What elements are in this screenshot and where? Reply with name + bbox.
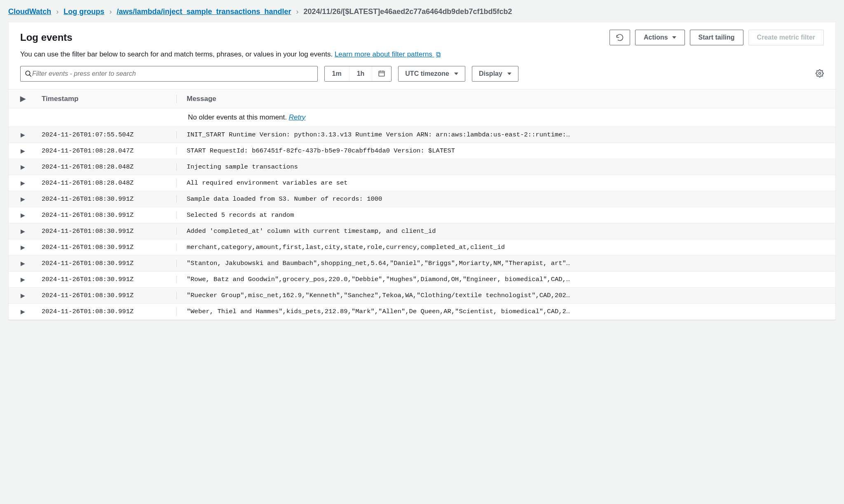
breadcrumb-current: 2024/11/26/[$LATEST]e46aed2c77a6464db9de… [303,7,512,16]
table-row: ▶2024-11-26T01:08:30.991ZSelected 5 reco… [9,207,835,223]
caret-right-icon: ▶ [21,308,25,315]
expand-row-toggle[interactable]: ▶ [9,260,37,267]
retry-link[interactable]: Retry [289,113,306,121]
table-row: ▶2024-11-26T01:08:30.991Z"Weber, Thiel a… [9,304,835,320]
expand-row-toggle[interactable]: ▶ [9,308,37,315]
table-row: ▶2024-11-26T01:08:30.991ZSample data loa… [9,191,835,207]
message-cell: "Weber, Thiel and Hammes",kids_pets,212.… [177,308,835,315]
timestamp-cell: 2024-11-26T01:08:30.991Z [37,211,177,219]
timestamp-cell: 2024-11-26T01:08:28.048Z [37,179,177,187]
chevron-right-icon: › [56,7,59,16]
caret-right-icon: ▶ [21,148,25,154]
caret-down-icon [507,73,511,75]
message-cell: START RequestId: b667451f-82fc-437b-b5e9… [177,147,835,155]
caret-down-icon [454,73,458,75]
message-cell: Added 'completed_at' column with current… [177,227,835,235]
actions-dropdown[interactable]: Actions [635,30,685,45]
expand-all-toggle[interactable]: ▶ [9,94,37,103]
search-icon [25,70,32,77]
table-row: ▶2024-11-26T01:08:30.991ZAdded 'complete… [9,223,835,239]
subtext: You can use the filter bar below to sear… [9,49,835,66]
panel-header: Log events Actions Start tailing Create … [9,22,835,49]
header-actions: Actions Start tailing Create metric filt… [610,30,824,45]
caret-right-icon: ▶ [21,244,25,251]
display-dropdown[interactable]: Display [472,66,518,82]
message-cell: INIT_START Runtime Version: python:3.13.… [177,131,835,138]
log-events-panel: Log events Actions Start tailing Create … [8,22,836,320]
expand-row-toggle[interactable]: ▶ [9,163,37,171]
message-cell: "Ruecker Group",misc_net,162.9,"Kenneth"… [177,292,835,299]
table-row: ▶2024-11-26T01:08:30.991Z"Rowe, Batz and… [9,272,835,288]
table-header: ▶ Timestamp Message [9,89,835,108]
settings-button[interactable] [816,69,824,79]
chevron-right-icon: › [109,7,112,16]
external-link-icon: ⧉ [436,51,441,58]
calendar-icon [378,70,385,77]
message-cell: merchant,category,amount,first,last,city… [177,244,835,251]
col-header-message[interactable]: Message [177,95,835,103]
expand-row-toggle[interactable]: ▶ [9,179,37,187]
caret-right-icon: ▶ [21,276,25,283]
svg-rect-2 [379,71,385,76]
refresh-button[interactable] [610,30,630,45]
timestamp-cell: 2024-11-26T01:08:30.991Z [37,276,177,283]
table-row: ▶2024-11-26T01:08:28.048ZInjecting sampl… [9,159,835,175]
timestamp-cell: 2024-11-26T01:08:30.991Z [37,292,177,299]
table-row: ▶2024-11-26T01:08:30.991Z"Stanton, Jakub… [9,256,835,272]
no-older-events-row: No older events at this moment. Retry [9,108,835,127]
filter-input-wrapper[interactable] [20,66,318,82]
timezone-dropdown[interactable]: UTC timezone [398,66,465,82]
expand-row-toggle[interactable]: ▶ [9,147,37,155]
calendar-button[interactable] [372,66,391,81]
caret-right-icon: ▶ [21,131,25,138]
page-title: Log events [20,32,73,43]
create-metric-filter-button: Create metric filter [748,30,824,45]
expand-row-toggle[interactable]: ▶ [9,131,37,138]
breadcrumb-link-cloudwatch[interactable]: CloudWatch [8,7,51,16]
message-cell: "Rowe, Batz and Goodwin",grocery_pos,220… [177,276,835,283]
breadcrumb: CloudWatch › Log groups › /aws/lambda/in… [0,0,844,22]
caret-right-icon: ▶ [21,196,25,202]
table-row: ▶2024-11-26T01:08:30.991Zmerchant,catego… [9,239,835,256]
actions-label: Actions [644,34,668,41]
svg-point-0 [26,71,30,75]
message-cell: Selected 5 records at random [177,211,835,219]
filter-bar: 1m 1h UTC timezone Display [9,66,835,89]
time-range-group: 1m 1h [324,66,392,82]
caret-right-icon: ▶ [21,260,25,267]
learn-more-link[interactable]: Learn more about filter patterns ⧉ [335,50,441,58]
expand-row-toggle[interactable]: ▶ [9,276,37,283]
message-cell: Sample data loaded from S3. Number of re… [177,195,835,203]
gear-icon [816,69,824,77]
table-row: ▶2024-11-26T01:08:30.991Z"Ruecker Group"… [9,288,835,304]
timestamp-cell: 2024-11-26T01:08:30.991Z [37,227,177,235]
expand-row-toggle[interactable]: ▶ [9,244,37,251]
caret-right-icon: ▶ [20,95,26,103]
message-cell: "Stanton, Jakubowski and Baumbach",shopp… [177,260,835,267]
breadcrumb-link-loggroups[interactable]: Log groups [63,7,104,16]
time-1m-button[interactable]: 1m [325,66,349,81]
svg-point-6 [819,72,821,74]
expand-row-toggle[interactable]: ▶ [9,211,37,219]
message-cell: Injecting sample transactions [177,163,835,171]
caret-down-icon [672,36,676,39]
table-row: ▶2024-11-26T01:08:28.047ZSTART RequestId… [9,143,835,159]
caret-right-icon: ▶ [21,228,25,234]
table-row: ▶2024-11-26T01:08:28.048ZAll required en… [9,175,835,191]
time-1h-button[interactable]: 1h [349,66,373,81]
start-tailing-button[interactable]: Start tailing [690,30,743,45]
timestamp-cell: 2024-11-26T01:08:30.991Z [37,195,177,203]
timestamp-cell: 2024-11-26T01:08:28.048Z [37,163,177,171]
expand-row-toggle[interactable]: ▶ [9,227,37,235]
expand-row-toggle[interactable]: ▶ [9,292,37,299]
log-rows-container: ▶2024-11-26T01:07:55.504ZINIT_START Runt… [9,127,835,320]
caret-right-icon: ▶ [21,212,25,218]
svg-line-1 [29,75,31,77]
expand-row-toggle[interactable]: ▶ [9,195,37,203]
filter-events-input[interactable] [32,70,313,77]
breadcrumb-link-loggroup[interactable]: /aws/lambda/inject_sample_transactions_h… [117,7,291,16]
timestamp-cell: 2024-11-26T01:08:30.991Z [37,244,177,251]
col-header-timestamp[interactable]: Timestamp [37,95,177,103]
timestamp-cell: 2024-11-26T01:08:28.047Z [37,147,177,155]
table-row: ▶2024-11-26T01:07:55.504ZINIT_START Runt… [9,127,835,143]
